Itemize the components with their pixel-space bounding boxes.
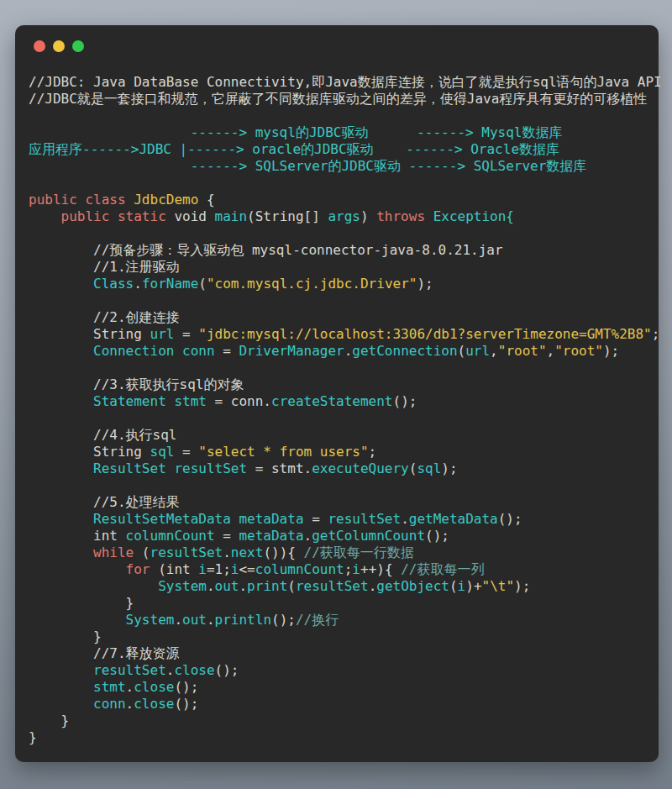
code-token bbox=[29, 561, 126, 577]
code-token: //1.注册驱动 bbox=[29, 259, 180, 275]
zoom-button[interactable] bbox=[72, 40, 84, 52]
code-token: //JDBC就是一套接口和规范，它屏蔽了不同数据库驱动之间的差异，使得Java程… bbox=[29, 91, 647, 107]
code-token: ); bbox=[603, 343, 619, 359]
code-token: . bbox=[174, 612, 182, 628]
code-token: 应用程序------>JDBC |------> oracle的JDBC驱动 -… bbox=[29, 141, 559, 157]
code-token: //4.执行sql bbox=[29, 427, 177, 443]
minimize-button[interactable] bbox=[53, 40, 65, 52]
code-token: //获取每一列 bbox=[401, 561, 484, 577]
code-token: } bbox=[29, 729, 37, 745]
code-token: public static bbox=[61, 208, 175, 224]
code-token: ( bbox=[287, 578, 296, 594]
code-token: //3.获取执行sql的对象 bbox=[29, 376, 244, 392]
code-line: //JDBC就是一套接口和规范，它屏蔽了不同数据库驱动之间的差异，使得Java程… bbox=[29, 91, 659, 108]
code-token: getConnection bbox=[352, 343, 457, 359]
window-titlebar bbox=[15, 25, 659, 67]
code-token: DriverManager bbox=[239, 343, 344, 359]
code-token: getColumnCount bbox=[312, 528, 425, 544]
code-token: = bbox=[223, 343, 239, 359]
code-token: throws bbox=[376, 208, 433, 224]
code-token bbox=[29, 662, 93, 678]
code-line: Connection conn = DriverManager.getConne… bbox=[29, 343, 659, 360]
code-line bbox=[29, 360, 659, 376]
code-token: { bbox=[207, 192, 215, 208]
code-token: void bbox=[174, 208, 214, 224]
code-token: . bbox=[166, 662, 175, 678]
code-token: . bbox=[126, 679, 134, 695]
code-token: //JDBC: Java DataBase Connectivity,即Java… bbox=[29, 74, 662, 90]
code-line: String sql = "select * from users"; bbox=[29, 444, 659, 460]
code-token: ; bbox=[344, 561, 353, 577]
code-token: close bbox=[134, 696, 174, 712]
code-token bbox=[29, 511, 93, 527]
code-token: //预备步骤：导入驱动包 mysql-connector-java-8.0.21… bbox=[29, 242, 503, 258]
code-token: out bbox=[182, 612, 207, 628]
code-token: ; bbox=[369, 444, 377, 460]
code-token: ); bbox=[441, 460, 457, 476]
code-token: out bbox=[215, 578, 239, 594]
code-token bbox=[29, 460, 93, 476]
code-token: close bbox=[134, 679, 174, 695]
code-line: Statement stmt = conn.createStatement(); bbox=[29, 393, 659, 410]
code-token: print bbox=[247, 578, 287, 594]
code-line: public class JdbcDemo { bbox=[29, 192, 659, 208]
code-token: (); bbox=[215, 662, 239, 678]
code-token: resultSet bbox=[93, 662, 166, 678]
code-token: <= bbox=[239, 561, 255, 577]
code-line: ResultSetMetaData metaData = resultSet.g… bbox=[29, 511, 659, 528]
code-token: ResultSetMetaData metaData bbox=[93, 511, 312, 527]
code-token: (); bbox=[174, 679, 198, 695]
code-token: resultSet bbox=[296, 578, 369, 594]
code-token: } bbox=[29, 629, 102, 644]
code-line: ------> mysql的JDBC驱动 ------> Mysql数据库 bbox=[29, 124, 659, 141]
code-token: i bbox=[352, 561, 360, 577]
code-line bbox=[29, 108, 659, 124]
code-line: //2.创建连接 bbox=[29, 309, 659, 326]
code-token: JdbcDemo bbox=[134, 192, 207, 208]
code-token: = bbox=[223, 528, 239, 544]
code-token: resultSet bbox=[150, 544, 223, 560]
code-token: url bbox=[150, 326, 183, 342]
code-token: System bbox=[158, 578, 207, 594]
code-token bbox=[29, 612, 126, 628]
code-line: conn.close(); bbox=[29, 696, 659, 713]
code-token: (); bbox=[393, 393, 417, 409]
code-token: . bbox=[223, 544, 231, 560]
code-token: ------> mysql的JDBC驱动 ------> Mysql数据库 bbox=[29, 124, 562, 140]
code-token: next bbox=[231, 544, 264, 560]
code-line: //3.获取执行sql的对象 bbox=[29, 376, 659, 393]
code-token: //换行 bbox=[296, 612, 339, 628]
code-token: . bbox=[134, 276, 142, 292]
code-token: = conn. bbox=[215, 393, 271, 409]
code-token: (); bbox=[425, 528, 449, 544]
code-token: . bbox=[239, 578, 247, 594]
close-button[interactable] bbox=[34, 40, 45, 52]
code-token: String bbox=[29, 444, 150, 460]
code-line: ResultSet resultSet = stmt.executeQuery(… bbox=[29, 460, 659, 477]
code-line: while (resultSet.next()){ //获取每一行数据 bbox=[29, 544, 659, 561]
code-token: = bbox=[182, 326, 198, 342]
code-window: //JDBC: Java DataBase Connectivity,即Java… bbox=[15, 25, 659, 762]
code-token: . bbox=[401, 511, 409, 527]
code-token: //5.处理结果 bbox=[29, 494, 180, 510]
code-token: println bbox=[215, 612, 271, 628]
code-token: (); bbox=[174, 696, 198, 712]
code-token: "com.mysql.cj.jdbc.Driver" bbox=[207, 276, 417, 292]
code-editor[interactable]: //JDBC: Java DataBase Connectivity,即Java… bbox=[29, 74, 659, 746]
code-token: getObject bbox=[376, 578, 449, 594]
code-token: executeQuery bbox=[312, 460, 409, 476]
code-token: String bbox=[29, 326, 150, 342]
code-token: = stmt. bbox=[255, 460, 312, 476]
code-token: createStatement bbox=[271, 393, 393, 409]
code-token: sql bbox=[417, 460, 441, 476]
code-line: public static void main(String[] args) t… bbox=[29, 208, 659, 225]
code-token: ( bbox=[409, 460, 417, 476]
code-token bbox=[29, 276, 93, 292]
code-token: int bbox=[29, 528, 126, 544]
code-token: . bbox=[207, 578, 215, 594]
code-line: resultSet.close(); bbox=[29, 662, 659, 679]
code-line: String url = "jdbc:mysql://localhost:330… bbox=[29, 326, 659, 343]
code-token: . bbox=[207, 612, 215, 628]
code-token bbox=[29, 393, 93, 409]
code-token: forName bbox=[142, 276, 198, 292]
